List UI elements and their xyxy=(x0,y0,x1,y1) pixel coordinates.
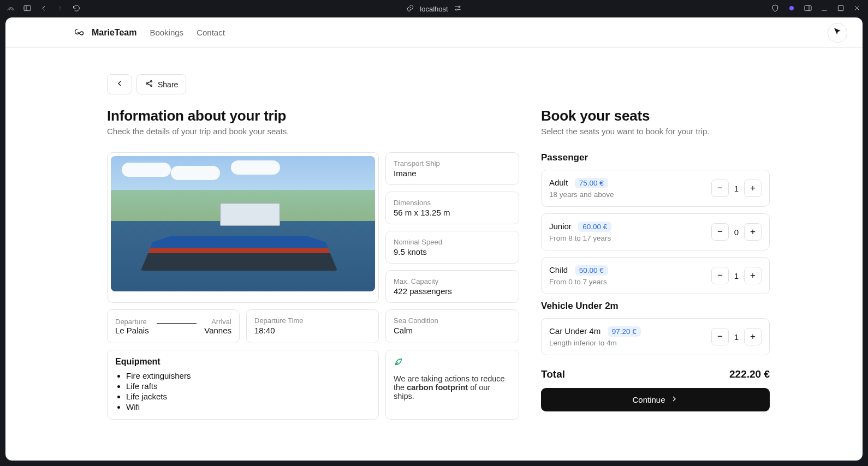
continue-button[interactable]: Continue xyxy=(541,388,770,411)
sea-label: Sea Condition xyxy=(394,316,511,325)
ship-image-card xyxy=(107,152,379,303)
equipment-item: Life rafts xyxy=(126,381,371,391)
card-capacity: Max. Capacity 422 passengers xyxy=(385,270,519,303)
brand-name: MarieTeam xyxy=(92,28,136,38)
decrement-button[interactable]: − xyxy=(711,328,729,345)
quantity-stepper: − 1 + xyxy=(711,180,762,197)
decrement-button[interactable]: − xyxy=(711,223,729,241)
ticket-price: 60.00 € xyxy=(578,222,611,232)
window-close-icon[interactable] xyxy=(853,4,861,14)
panel-icon[interactable] xyxy=(804,4,812,14)
address-host[interactable]: localhost xyxy=(420,5,448,13)
group-heading-passenger: Passenger xyxy=(541,152,770,163)
ticket-desc: From 0 to 7 years xyxy=(549,278,608,286)
share-button[interactable]: Share xyxy=(136,74,186,94)
back-button[interactable] xyxy=(107,74,132,94)
extension-icon[interactable] xyxy=(787,4,796,14)
ticket-row-junior: Junior 60.00 € From 8 to 17 years − 0 + xyxy=(541,213,770,250)
increment-button[interactable]: + xyxy=(744,267,762,284)
increment-button[interactable]: + xyxy=(744,328,762,345)
ticket-row-adult: Adult 75.00 € 18 years and above − 1 + xyxy=(541,170,770,207)
brand[interactable]: MarieTeam xyxy=(74,27,136,39)
continue-label: Continue xyxy=(632,395,665,404)
forward-icon[interactable] xyxy=(56,4,64,14)
increment-button[interactable]: + xyxy=(744,180,762,197)
group-heading-vehicle: Vehicle Under 2m xyxy=(541,301,770,312)
transport-ship-label: Transport Ship xyxy=(394,159,511,168)
ticket-name: Junior xyxy=(549,222,572,231)
ticket-name: Car Under 4m xyxy=(549,326,601,336)
back-icon[interactable] xyxy=(39,4,48,14)
chevron-left-icon xyxy=(115,79,124,89)
reload-icon[interactable] xyxy=(72,4,81,14)
card-speed: Nominal Speed 9.5 knots xyxy=(385,231,519,264)
tune-icon[interactable] xyxy=(454,4,462,14)
qty-value: 1 xyxy=(729,271,744,280)
ticket-row-car: Car Under 4m 97.20 € Length inferior to … xyxy=(541,318,770,355)
svg-point-2 xyxy=(456,9,457,10)
svg-point-7 xyxy=(151,81,152,82)
arrival-value: Vannes xyxy=(204,326,231,335)
ticket-price: 50.00 € xyxy=(575,265,608,276)
svg-point-3 xyxy=(789,6,794,10)
card-eco: We are taking actions to reduce the carb… xyxy=(385,350,519,420)
dimensions-label: Dimensions xyxy=(394,199,511,207)
capacity-value: 422 passengers xyxy=(394,286,511,296)
topbar: MarieTeam Bookings Contact xyxy=(5,17,863,48)
window-maximize-icon[interactable] xyxy=(836,4,845,14)
eco-text-bold: carbon footprint xyxy=(407,383,468,392)
decrement-button[interactable]: − xyxy=(711,180,729,197)
equipment-item: Fire extinguishers xyxy=(126,371,371,380)
decrement-button[interactable]: − xyxy=(711,267,729,284)
speed-value: 9.5 knots xyxy=(394,247,511,256)
ticket-price: 75.00 € xyxy=(575,178,608,188)
app-frame: MarieTeam Bookings Contact Share xyxy=(5,17,863,461)
departure-label: Departure xyxy=(115,318,149,326)
dep-time-label: Departure Time xyxy=(254,316,371,325)
svg-point-6 xyxy=(146,83,148,85)
dep-time-value: 18:40 xyxy=(254,326,371,335)
share-icon xyxy=(145,79,153,89)
share-label: Share xyxy=(158,80,178,89)
card-dimensions: Dimensions 56 m x 13.25 m xyxy=(385,192,519,224)
shield-icon[interactable] xyxy=(771,4,780,14)
browser-chrome: localhost xyxy=(0,0,868,17)
nav-contact[interactable]: Contact xyxy=(197,28,225,37)
card-equipment: Equipment Fire extinguishers Life rafts … xyxy=(107,350,379,420)
link-icon xyxy=(406,4,414,14)
ship-image xyxy=(111,156,375,291)
pointer-icon xyxy=(833,27,842,38)
window-minimize-icon[interactable] xyxy=(820,4,829,14)
card-departure-time: Departure Time 18:40 xyxy=(246,309,379,343)
total-label: Total xyxy=(541,368,565,380)
capacity-label: Max. Capacity xyxy=(394,277,511,285)
departure-value: Le Palais xyxy=(115,326,149,335)
ticket-price: 97.20 € xyxy=(608,326,641,337)
ticket-desc: From 8 to 17 years xyxy=(549,234,611,242)
pointer-badge[interactable] xyxy=(828,23,847,43)
svg-rect-4 xyxy=(805,5,811,10)
quantity-stepper: − 1 + xyxy=(711,267,762,284)
qty-value: 1 xyxy=(729,332,744,342)
equipment-item: Life jackets xyxy=(126,392,371,401)
speed-label: Nominal Speed xyxy=(394,238,511,246)
transport-ship-value: Imane xyxy=(394,169,511,178)
card-sea-condition: Sea Condition Calm xyxy=(385,309,519,343)
info-subtitle: Check the details of your trip and book … xyxy=(107,127,519,136)
equipment-title: Equipment xyxy=(115,357,371,367)
ticket-desc: 18 years and above xyxy=(549,190,614,199)
dimensions-value: 56 m x 13.25 m xyxy=(394,208,511,217)
card-transport-ship: Transport Ship Imane xyxy=(385,152,519,185)
svg-rect-0 xyxy=(24,5,31,10)
total-value: 222.20 € xyxy=(729,368,770,380)
increment-button[interactable]: + xyxy=(744,223,762,241)
quantity-stepper: − 1 + xyxy=(711,328,762,345)
info-title: Information about your trip xyxy=(107,107,519,124)
sidebar-toggle-icon[interactable] xyxy=(23,4,32,14)
equipment-item: Wifi xyxy=(126,402,371,411)
nav-bookings[interactable]: Bookings xyxy=(150,28,183,37)
sea-value: Calm xyxy=(394,326,511,335)
book-subtitle: Select the seats you want to book for yo… xyxy=(541,127,770,136)
ticket-desc: Length inferior to 4m xyxy=(549,339,641,347)
svg-point-1 xyxy=(459,6,460,8)
